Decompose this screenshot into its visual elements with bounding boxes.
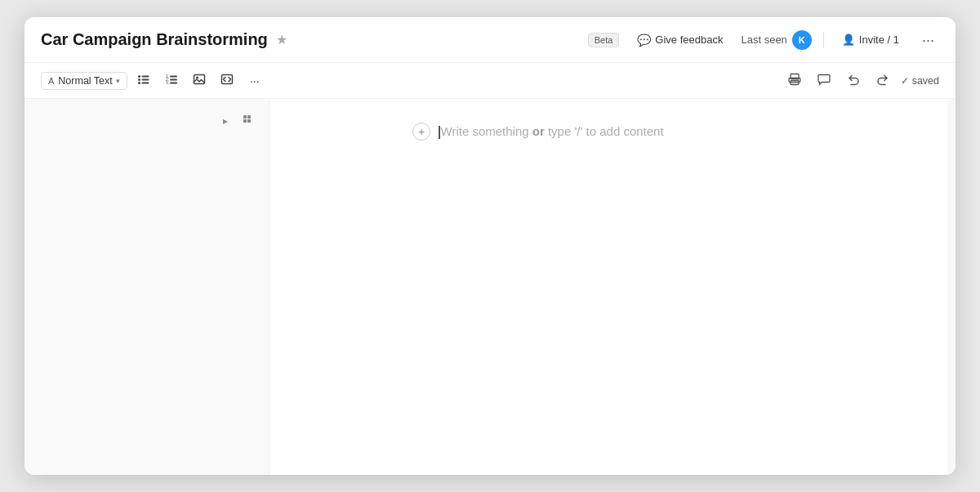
undo-icon <box>847 73 860 88</box>
numbered-list-button[interactable]: 1. 2. 3. <box>160 69 183 92</box>
editor-placeholder[interactable]: Write something or type '/' to add conte… <box>439 122 664 141</box>
embed-button[interactable] <box>216 69 238 92</box>
undo-button[interactable] <box>842 69 865 92</box>
saved-text: saved <box>912 75 939 87</box>
doc-title: Car Campaign Brainstorming <box>41 30 268 49</box>
text-cursor <box>439 126 440 139</box>
add-block-icon: + <box>418 125 425 138</box>
add-block-button[interactable]: + <box>412 123 430 141</box>
svg-rect-12 <box>194 75 204 84</box>
placeholder-bold: or <box>532 124 545 138</box>
feedback-icon: 💬 <box>637 34 651 47</box>
svg-rect-11 <box>170 83 177 84</box>
svg-point-13 <box>196 77 198 79</box>
toolbar: A Normal Text ▾ <box>24 63 956 99</box>
svg-rect-1 <box>141 76 149 78</box>
numbered-list-icon: 1. 2. 3. <box>165 73 178 88</box>
invite-button[interactable]: 👤 Invite / 1 <box>835 30 906 49</box>
image-icon <box>193 73 206 88</box>
svg-point-2 <box>138 78 140 81</box>
print-icon <box>788 73 801 88</box>
text-style-font-icon: A <box>48 76 54 86</box>
toolbar-more-icon: ··· <box>250 74 260 87</box>
sidebar-grid-button[interactable] <box>239 112 257 130</box>
title-left: Car Campaign Brainstorming ★ <box>41 30 287 49</box>
bullet-list-button[interactable] <box>132 69 155 92</box>
star-icon[interactable]: ★ <box>276 32 287 47</box>
sidebar-controls: ▸ <box>216 112 257 130</box>
sidebar-panel: ▸ <box>24 99 270 475</box>
avatar-letter: K <box>799 35 805 45</box>
grid-icon <box>243 115 253 127</box>
placeholder-part1: Write something <box>441 124 532 138</box>
svg-rect-19 <box>243 115 247 119</box>
text-style-selector[interactable]: A Normal Text ▾ <box>41 72 127 90</box>
comment-icon <box>817 73 831 88</box>
divider <box>823 32 824 48</box>
feedback-button[interactable]: 💬 Give feedback <box>630 30 729 50</box>
svg-point-18 <box>797 79 799 81</box>
more-icon: ··· <box>922 32 934 48</box>
invite-label: Invite / 1 <box>859 34 899 46</box>
svg-text:3.: 3. <box>166 80 169 85</box>
title-right: Beta 💬 Give feedback Last seen K 👤 Invit… <box>588 29 939 51</box>
embed-icon <box>220 73 234 88</box>
comment-button[interactable] <box>813 69 835 92</box>
editor-panel[interactable]: + Write something or type '/' to add con… <box>270 99 947 475</box>
svg-rect-7 <box>170 76 177 78</box>
last-seen-label: Last seen <box>741 34 786 46</box>
redo-icon <box>876 73 889 88</box>
sidebar-collapse-button[interactable]: ▸ <box>216 112 234 130</box>
svg-rect-20 <box>247 115 251 119</box>
print-button[interactable] <box>783 69 806 92</box>
editor-placeholder-row: + Write something or type '/' to add con… <box>412 119 804 141</box>
placeholder-part2: type '/' to add content <box>545 124 664 138</box>
svg-point-4 <box>138 82 140 84</box>
more-options-button[interactable]: ··· <box>917 29 939 51</box>
svg-rect-22 <box>247 119 251 123</box>
redo-button[interactable] <box>871 69 894 92</box>
editor-content: + Write something or type '/' to add con… <box>380 99 837 475</box>
right-panel <box>947 99 956 475</box>
feedback-label: Give feedback <box>655 34 723 46</box>
beta-badge: Beta <box>588 33 620 47</box>
title-bar: Car Campaign Brainstorming ★ Beta 💬 Give… <box>24 17 956 63</box>
toolbar-right: ✓ saved <box>783 69 939 92</box>
svg-rect-3 <box>141 79 149 81</box>
toolbar-left: A Normal Text ▾ <box>41 69 266 92</box>
saved-check-icon: ✓ <box>901 75 909 87</box>
svg-rect-21 <box>243 119 247 123</box>
text-style-label: Normal Text <box>58 75 112 87</box>
saved-status: ✓ saved <box>901 75 939 87</box>
svg-rect-9 <box>170 79 177 81</box>
last-seen-section: Last seen K <box>741 30 811 50</box>
collapse-icon: ▸ <box>223 115 228 127</box>
svg-point-0 <box>138 75 140 78</box>
image-button[interactable] <box>188 69 211 92</box>
app-window: Car Campaign Brainstorming ★ Beta 💬 Give… <box>24 17 956 475</box>
avatar: K <box>792 30 812 50</box>
toolbar-more-button[interactable]: ··· <box>243 69 266 92</box>
main-content: ▸ + <box>24 99 956 475</box>
chevron-down-icon: ▾ <box>116 77 120 85</box>
person-icon: 👤 <box>842 34 855 46</box>
bullet-list-icon <box>137 73 150 88</box>
svg-rect-5 <box>141 83 149 84</box>
